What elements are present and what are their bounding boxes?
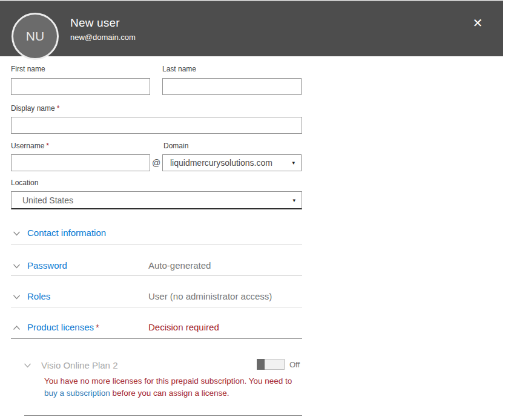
domain-label: Domain <box>163 142 188 150</box>
warning-text-suffix: before you can assign a license. <box>110 389 229 398</box>
section-value: User (no administrator access) <box>148 291 272 301</box>
first-name-input[interactable] <box>11 78 150 95</box>
section-roles[interactable]: Roles User (no administrator access) <box>11 290 302 304</box>
new-user-panel: New user new@domain.com ✕ NU First name … <box>0 0 505 420</box>
location-caret-icon: ▾ <box>292 197 295 203</box>
username-label-text: Username <box>11 142 44 150</box>
avatar: NU <box>12 13 59 60</box>
section-label: Password <box>27 260 67 271</box>
domain-select[interactable]: liquidmercurysolutions.com ▾ <box>162 154 302 171</box>
section-label: Roles <box>27 291 50 301</box>
license-name: Visio Online Plan 2 <box>41 360 117 370</box>
divider <box>11 307 302 307</box>
chevron-down-icon <box>12 261 21 271</box>
domain-caret-icon: ▾ <box>292 160 295 166</box>
last-name-input[interactable] <box>162 78 302 95</box>
last-name-label: Last name <box>162 65 196 73</box>
username-label: Username* <box>11 142 49 150</box>
section-contact-information[interactable]: Contact information <box>11 227 302 240</box>
warning-text-prefix: You have no more licenses for this prepa… <box>44 376 292 386</box>
chevron-down-icon <box>12 229 21 238</box>
display-name-label: Display name* <box>11 104 59 113</box>
toggle-state-label: Off <box>289 360 300 369</box>
domain-selected-value: liquidmercurysolutions.com <box>163 158 272 168</box>
section-value: Auto-generated <box>148 260 211 271</box>
first-name-label: First name <box>11 65 45 73</box>
divider <box>11 275 302 276</box>
divider <box>11 338 302 339</box>
close-button[interactable]: ✕ <box>469 15 486 31</box>
divider <box>24 415 302 416</box>
avatar-initials: NU <box>26 29 44 44</box>
username-input[interactable] <box>11 154 150 171</box>
close-icon: ✕ <box>473 16 483 30</box>
buy-subscription-link[interactable]: buy a subscription <box>44 389 110 398</box>
display-name-label-text: Display name <box>11 104 55 113</box>
section-product-licenses[interactable]: Product licenses* Decision required <box>11 321 302 335</box>
location-label: Location <box>11 179 38 187</box>
page-title: New user <box>70 16 120 30</box>
divider <box>11 244 302 245</box>
page-subtitle: new@domain.com <box>70 33 136 42</box>
license-toggle[interactable] <box>257 359 285 370</box>
product-licenses-required-mark: * <box>96 322 99 332</box>
toggle-knob <box>257 359 265 370</box>
display-name-input[interactable] <box>11 117 302 134</box>
chevron-up-icon <box>12 323 21 332</box>
display-name-required-mark: * <box>57 104 60 113</box>
at-symbol: @ <box>152 158 160 168</box>
section-label-text: Product licenses <box>27 322 94 332</box>
license-warning-message: You have no more licenses for this prepa… <box>44 375 295 399</box>
location-selected-value: United States <box>12 195 73 205</box>
panel-header: New user new@domain.com ✕ <box>0 0 503 56</box>
license-visio-online-plan-2[interactable]: Visio Online Plan 2 <box>23 359 253 372</box>
section-password[interactable]: Password Auto-generated <box>11 260 302 273</box>
section-label: Product licenses* <box>27 322 99 332</box>
chevron-down-icon <box>23 361 32 370</box>
username-required-mark: * <box>46 142 49 150</box>
section-value: Decision required <box>148 322 219 332</box>
section-label: Contact information <box>27 228 106 238</box>
chevron-down-icon <box>12 292 21 301</box>
location-select[interactable]: United States ▾ <box>11 191 302 209</box>
